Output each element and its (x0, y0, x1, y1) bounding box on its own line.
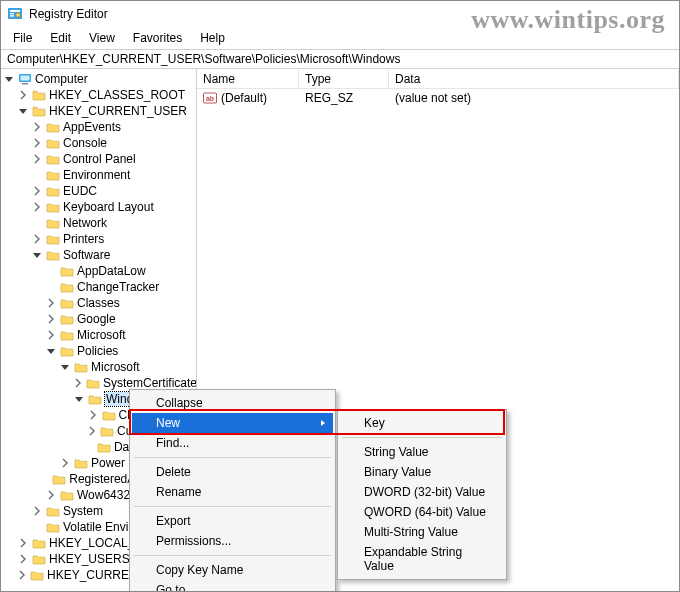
tree-item[interactable]: EUDC (31, 183, 196, 199)
menu-file[interactable]: File (5, 29, 40, 47)
ctx-sub-item-string[interactable]: String Value (340, 442, 510, 462)
expand-icon[interactable] (45, 297, 57, 309)
tree-item[interactable]: Network (31, 215, 196, 231)
folder-icon (74, 457, 88, 469)
folder-icon (32, 537, 46, 549)
list-header: Name Type Data (197, 69, 679, 89)
svg-marker-5 (5, 77, 13, 82)
svg-marker-9 (19, 109, 27, 114)
tree-item-software[interactable]: Software (31, 247, 196, 263)
tree-item[interactable]: Microsoft (45, 327, 196, 343)
expand-icon[interactable] (31, 153, 43, 165)
tree-label: Software (63, 248, 110, 262)
menu-view[interactable]: View (81, 29, 123, 47)
ctx-item-find[interactable]: Find... (132, 433, 333, 453)
ctx-item-permissions[interactable]: Permissions... (132, 531, 333, 551)
ctx-item-collapse[interactable]: Collapse (132, 393, 333, 413)
collapse-icon[interactable] (45, 345, 57, 357)
context-submenu-new[interactable]: Key String Value Binary Value DWORD (32-… (337, 409, 507, 580)
tree-item[interactable]: Classes (45, 295, 196, 311)
ctx-sub-item-dword[interactable]: DWORD (32-bit) Value (340, 482, 510, 502)
tree-hkcu[interactable]: HKEY_CURRENT_USER (17, 103, 196, 119)
expand-icon[interactable] (17, 569, 27, 581)
ctx-sub-item-binary[interactable]: Binary Value (340, 462, 510, 482)
tree-label: Google (77, 312, 116, 326)
tree-item[interactable]: AppDataLow (45, 263, 196, 279)
tree-item[interactable]: Console (31, 135, 196, 151)
expand-icon[interactable] (17, 553, 29, 565)
collapse-icon[interactable] (73, 393, 85, 405)
expand-icon[interactable] (31, 201, 43, 213)
expand-icon[interactable] (45, 313, 57, 325)
col-header-name[interactable]: Name (197, 70, 299, 88)
expand-icon[interactable] (87, 409, 99, 421)
tree-label: System (63, 504, 103, 518)
collapse-icon[interactable] (31, 249, 43, 261)
expand-icon[interactable] (59, 457, 71, 469)
folder-icon (46, 233, 60, 245)
ctx-item-rename[interactable]: Rename (132, 482, 333, 502)
expand-icon[interactable] (17, 89, 29, 101)
menu-edit[interactable]: Edit (42, 29, 79, 47)
ctx-sub-item-multistring[interactable]: Multi-String Value (340, 522, 510, 542)
folder-icon (46, 121, 60, 133)
ctx-label: Rename (156, 485, 201, 499)
expand-icon[interactable] (87, 425, 97, 437)
title-bar: Registry Editor (1, 1, 679, 27)
expand-icon[interactable] (31, 233, 43, 245)
folder-icon (52, 473, 66, 485)
collapse-icon[interactable] (3, 73, 15, 85)
tree-item[interactable]: Environment (31, 167, 196, 183)
ctx-sub-item-expstring[interactable]: Expandable String Value (340, 542, 510, 576)
folder-icon (60, 297, 74, 309)
tree-item[interactable]: ChangeTracker (45, 279, 196, 295)
folder-icon (46, 217, 60, 229)
folder-icon (74, 361, 88, 373)
ctx-item-new[interactable]: New (132, 413, 333, 433)
expand-icon[interactable] (45, 329, 57, 341)
tree-item[interactable]: Keyboard Layout (31, 199, 196, 215)
collapse-icon[interactable] (59, 361, 71, 373)
expand-icon[interactable] (73, 377, 83, 389)
tree-root-computer[interactable]: Computer (3, 71, 196, 87)
folder-icon (46, 521, 60, 533)
ctx-sub-item-key[interactable]: Key (340, 413, 510, 433)
ctx-sub-item-qword[interactable]: QWORD (64-bit) Value (340, 502, 510, 522)
folder-icon (60, 265, 74, 277)
address-bar[interactable]: Computer\HKEY_CURRENT_USER\Software\Poli… (1, 49, 679, 69)
svg-marker-13 (75, 397, 83, 402)
folder-icon (32, 105, 46, 117)
tree-item-policies-microsoft[interactable]: Microsoft (59, 359, 196, 375)
expand-icon[interactable] (31, 121, 43, 133)
svg-marker-12 (61, 365, 69, 370)
collapse-icon[interactable] (17, 105, 29, 117)
expand-icon[interactable] (45, 489, 57, 501)
ctx-label: Go to HKEY_LOCAL_MACHINE (156, 583, 313, 592)
folder-icon (60, 345, 74, 357)
ctx-item-delete[interactable]: Delete (132, 462, 333, 482)
tree-hkcr[interactable]: HKEY_CLASSES_ROOT (17, 87, 196, 103)
context-menu[interactable]: Collapse New Find... Delete Rename Expor… (129, 389, 336, 592)
value-row-default[interactable]: ab (Default) REG_SZ (value not set) (197, 89, 679, 107)
tree-item-policies[interactable]: Policies (45, 343, 196, 359)
menu-favorites[interactable]: Favorites (125, 29, 190, 47)
ctx-item-goto-hklm[interactable]: Go to HKEY_LOCAL_MACHINE (132, 580, 333, 592)
ctx-item-export[interactable]: Export (132, 511, 333, 531)
tree-label: Printers (63, 232, 104, 246)
folder-icon (46, 137, 60, 149)
menu-help[interactable]: Help (192, 29, 233, 47)
tree-label: AppEvents (63, 120, 121, 134)
tree-item[interactable]: Control Panel (31, 151, 196, 167)
col-header-type[interactable]: Type (299, 70, 389, 88)
tree-item[interactable]: Printers (31, 231, 196, 247)
folder-icon (97, 441, 111, 453)
tree-item[interactable]: AppEvents (31, 119, 196, 135)
col-header-data[interactable]: Data (389, 70, 679, 88)
window-title: Registry Editor (29, 7, 108, 21)
expand-icon[interactable] (31, 505, 43, 517)
expand-icon[interactable] (17, 537, 29, 549)
tree-item[interactable]: Google (45, 311, 196, 327)
ctx-item-copy-key-name[interactable]: Copy Key Name (132, 560, 333, 580)
expand-icon[interactable] (31, 137, 43, 149)
expand-icon[interactable] (31, 185, 43, 197)
